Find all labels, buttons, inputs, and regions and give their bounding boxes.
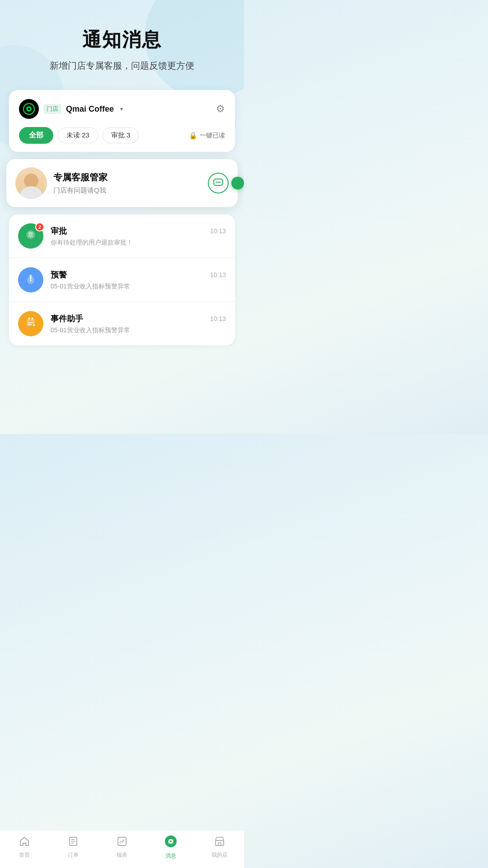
event-title: 事件助手 — [51, 313, 83, 324]
page-title: 通知消息 — [14, 27, 230, 52]
alert-title-row: 预警 10:13 — [51, 269, 226, 280]
tab-unread-label: 未读 — [66, 131, 80, 139]
event-content: 事件助手 10:13 05-01营业收入指标预警异常 — [51, 313, 226, 335]
message-list: 章 2 审批 10:13 你有待处理的用户退款审批！ — [9, 214, 235, 345]
svg-text:章: 章 — [28, 231, 34, 238]
approve-icon: 章 — [24, 228, 37, 244]
store-name: Qmai Coffee — [66, 104, 114, 114]
tab-approve-label: 审批 — [111, 131, 125, 139]
svg-rect-11 — [32, 317, 33, 320]
message-item-event[interactable]: 事件助手 10:13 05-01营业收入指标预警异常 — [9, 302, 235, 345]
svg-point-4 — [216, 182, 217, 183]
store-logo — [19, 99, 39, 119]
store-header: 门店 Qmai Coffee ▾ ⚙ — [19, 99, 225, 119]
cs-name: 专属客服管家 — [53, 171, 202, 184]
alert-icon-wrap — [18, 267, 43, 292]
page-container: 通知消息 新增门店专属客服，问题反馈更方便 门店 Qmai Coffee ▾ ⚙… — [0, 0, 244, 391]
cs-avatar — [15, 167, 47, 199]
svg-rect-10 — [28, 317, 30, 320]
header-section: 通知消息 新增门店专属客服，问题反馈更方便 — [0, 0, 244, 85]
store-logo-name: 门店 Qmai Coffee ▾ — [19, 99, 123, 119]
read-all-label: 一键已读 — [200, 132, 225, 140]
approve-title: 审批 — [51, 226, 67, 236]
event-icon-wrap — [18, 311, 43, 336]
page-subtitle: 新增门店专属客服，问题反馈更方便 — [14, 60, 230, 72]
approve-badge: 2 — [35, 222, 44, 231]
svg-point-6 — [219, 182, 221, 183]
message-item-approve[interactable]: 章 2 审批 10:13 你有待处理的用户退款审批！ — [9, 214, 235, 258]
tab-read-all[interactable]: 🔒 一键已读 — [189, 132, 225, 140]
lock-icon: 🔒 — [189, 132, 197, 140]
event-preview: 05-01营业收入指标预警异常 — [51, 326, 226, 335]
alert-title: 预警 — [51, 269, 67, 280]
approve-time: 10:13 — [210, 227, 226, 235]
alert-preview: 05-01营业收入指标预警异常 — [51, 283, 226, 291]
cs-chat-button[interactable] — [208, 173, 229, 193]
approve-title-row: 审批 10:13 — [51, 226, 226, 236]
chevron-down-icon[interactable]: ▾ — [120, 106, 123, 112]
gear-icon[interactable]: ⚙ — [216, 103, 225, 115]
event-time: 10:13 — [210, 315, 226, 322]
store-label-tag: 门店 — [43, 104, 61, 114]
tab-unread[interactable]: 未读 23 — [58, 127, 98, 143]
event-icon — [24, 316, 37, 332]
filter-tabs: 全部 未读 23 审批 3 🔒 一键已读 — [19, 127, 225, 144]
tab-approve-count: 3 — [127, 131, 130, 139]
tab-all[interactable]: 全部 — [19, 127, 53, 144]
svg-point-5 — [218, 182, 219, 183]
approve-icon-wrap: 章 2 — [18, 223, 43, 249]
cs-info: 专属客服管家 门店有问题请Q我 — [53, 171, 202, 195]
tab-approve[interactable]: 审批 3 — [103, 127, 139, 143]
alert-time: 10:13 — [210, 271, 226, 278]
approve-content: 审批 10:13 你有待处理的用户退款审批！ — [51, 226, 226, 247]
cs-online-indicator — [231, 177, 244, 189]
alert-icon — [24, 272, 37, 288]
store-card: 门店 Qmai Coffee ▾ ⚙ 全部 未读 23 审批 3 🔒 一键已读 — [9, 90, 235, 152]
tab-unread-count: 23 — [82, 131, 89, 139]
alert-content: 预警 10:13 05-01营业收入指标预警异常 — [51, 269, 226, 291]
cs-desc: 门店有问题请Q我 — [53, 186, 202, 195]
svg-point-2 — [28, 108, 30, 110]
cs-card[interactable]: 专属客服管家 门店有问题请Q我 — [6, 159, 238, 207]
message-item-alert[interactable]: 预警 10:13 05-01营业收入指标预警异常 — [9, 258, 235, 302]
approve-preview: 你有待处理的用户退款审批！ — [51, 239, 226, 247]
event-title-row: 事件助手 10:13 — [51, 313, 226, 324]
